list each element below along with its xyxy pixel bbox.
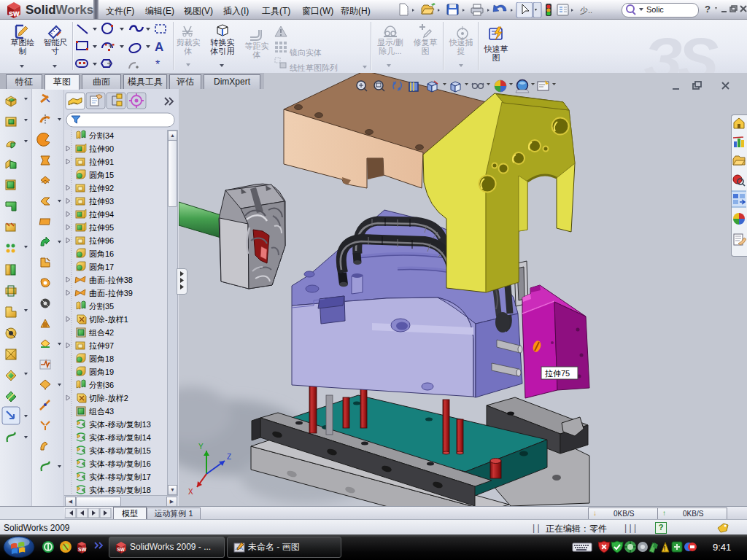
- svg-text:组合43: 组合43: [89, 407, 114, 416]
- svg-text:圆角16: 圆角16: [89, 249, 114, 258]
- svg-text:拉伸90: 拉伸90: [89, 144, 114, 153]
- svg-text:圆角17: 圆角17: [89, 262, 114, 271]
- svg-text:实体-移动/复制18: 实体-移动/复制18: [89, 486, 151, 494]
- svg-text:切除-放样1: 切除-放样1: [89, 315, 128, 324]
- svg-text:!: !: [664, 545, 666, 552]
- svg-text:SW: SW: [9, 10, 20, 18]
- svg-text:拉伸75: 拉伸75: [545, 369, 570, 378]
- svg-text:Z: Z: [227, 453, 231, 461]
- svg-text:拉伸95: 拉伸95: [89, 223, 114, 232]
- svg-text:SW: SW: [117, 547, 125, 552]
- svg-text:分割35: 分割35: [89, 302, 114, 311]
- svg-text:曲面-拉伸38: 曲面-拉伸38: [89, 276, 133, 284]
- svg-text:拉伸94: 拉伸94: [89, 210, 114, 219]
- svg-text:切除-放样2: 切除-放样2: [89, 394, 128, 402]
- svg-text:拉伸91: 拉伸91: [89, 158, 114, 166]
- svg-text:分割36: 分割36: [89, 381, 114, 389]
- svg-text:少..: 少..: [580, 6, 592, 15]
- svg-text:圆角19: 圆角19: [89, 368, 114, 376]
- svg-text:组合42: 组合42: [89, 328, 114, 337]
- svg-text:圆角18: 圆角18: [89, 354, 114, 363]
- svg-text:A: A: [155, 40, 163, 54]
- svg-text:圆角15: 圆角15: [89, 171, 114, 179]
- svg-text:X: X: [188, 488, 193, 496]
- svg-text:Y: Y: [198, 443, 204, 451]
- svg-text:实体-移动/复制13: 实体-移动/复制13: [89, 420, 151, 429]
- svg-text:实体-移动/复制16: 实体-移动/复制16: [89, 459, 151, 468]
- svg-text:Solic: Solic: [646, 5, 664, 14]
- svg-text:拉伸96: 拉伸96: [89, 236, 114, 245]
- svg-text:曲面-拉伸39: 曲面-拉伸39: [89, 289, 133, 298]
- svg-text:拉伸92: 拉伸92: [89, 184, 114, 192]
- svg-text:实体-移动/复制17: 实体-移动/复制17: [89, 472, 151, 481]
- svg-text:实体-移动/复制14: 实体-移动/复制14: [89, 433, 151, 442]
- svg-text:分割34: 分割34: [89, 131, 114, 140]
- svg-text:*: *: [155, 58, 160, 71]
- svg-text:SW: SW: [78, 547, 87, 552]
- svg-text:实体-移动/复制15: 实体-移动/复制15: [89, 446, 151, 455]
- svg-text:拉伸97: 拉伸97: [89, 341, 114, 350]
- svg-text:拉伸93: 拉伸93: [89, 197, 114, 206]
